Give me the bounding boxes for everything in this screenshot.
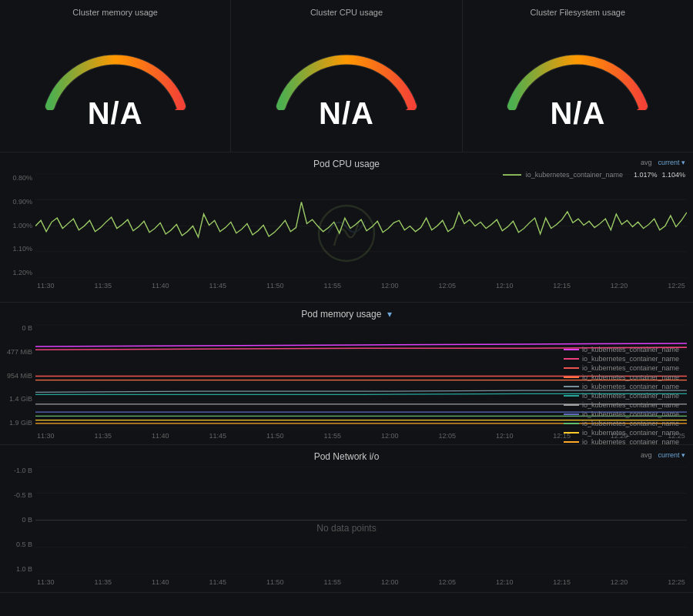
network-xaxis: 11:30 11:35 11:40 11:45 11:50 11:55 12:0… bbox=[35, 574, 687, 590]
memory-chart-area: 1.9 GiB 1.4 GiB 954 MiB 477 MiB 0 B 11:3… bbox=[6, 324, 687, 444]
mem-legend-dot-5 bbox=[564, 395, 579, 397]
cluster-memory-gauge-panel: Cluster memory usage N/A bbox=[0, 0, 231, 152]
mem-legend-label-7: io_kubernetes_container_name bbox=[582, 410, 679, 418]
cluster-cpu-gauge-panel: Cluster CPU usage N/A bbox=[231, 0, 462, 152]
gauge-row: Cluster memory usage N/A Cluster CPU usa… bbox=[0, 0, 693, 152]
mem-legend-dot-0 bbox=[564, 349, 579, 350]
memory-legend: io_kubernetes_container_name io_kubernet… bbox=[564, 346, 687, 446]
cpu-current-label[interactable]: current ▾ bbox=[658, 159, 685, 166]
network-line-svg bbox=[35, 467, 687, 574]
mem-legend-6: io_kubernetes_container_name bbox=[564, 401, 687, 409]
mem-legend-dot-7 bbox=[564, 413, 579, 415]
mem-legend-dot-6 bbox=[564, 404, 579, 406]
mem-legend-8: io_kubernetes_container_name bbox=[564, 420, 687, 427]
mem-legend-2: io_kubernetes_container_name bbox=[564, 364, 687, 372]
network-chart-area: 1.0 B 0.5 B 0 B -0.5 B -1.0 B 11:30 11:3… bbox=[6, 467, 687, 590]
mem-legend-label-0: io_kubernetes_container_name bbox=[582, 346, 679, 353]
cpu-avg-label: avg bbox=[641, 159, 652, 166]
network-chart-panel: Pod Network i/o avg current ▾ 1.0 B 0.5 … bbox=[0, 445, 693, 593]
memory-yaxis: 1.9 GiB 1.4 GiB 954 MiB 477 MiB 0 B bbox=[6, 324, 35, 427]
network-chart-title: Pod Network i/o bbox=[0, 445, 693, 464]
cluster-cpu-value: N/A bbox=[319, 96, 374, 131]
memory-dropdown-arrow[interactable]: ▾ bbox=[387, 309, 392, 320]
network-no-data: No data points bbox=[316, 523, 376, 534]
cluster-cpu-title: Cluster CPU usage bbox=[310, 8, 383, 17]
mem-legend-label-3: io_kubernetes_container_name bbox=[582, 373, 679, 381]
mem-legend-dot-3 bbox=[564, 377, 579, 378]
network-avg-label: avg bbox=[641, 451, 652, 459]
cluster-memory-title: Cluster memory usage bbox=[72, 8, 158, 17]
mem-legend-dot-2 bbox=[564, 367, 579, 369]
cpu-chart-panel: Pod CPU usage avg current ▾ io_kubernete… bbox=[0, 152, 693, 303]
network-current-label[interactable]: current ▾ bbox=[658, 451, 685, 459]
mem-legend-label-5: io_kubernetes_container_name bbox=[582, 392, 679, 400]
mem-legend-7: io_kubernetes_container_name bbox=[564, 410, 687, 418]
mem-legend-label-8: io_kubernetes_container_name bbox=[582, 420, 679, 427]
mem-legend-dot-8 bbox=[564, 423, 579, 424]
network-chart-svg-wrapper bbox=[35, 467, 687, 574]
mem-legend-0: io_kubernetes_container_name bbox=[564, 346, 687, 353]
mem-legend-dot-1 bbox=[564, 358, 579, 360]
cpu-legend-header: avg current ▾ bbox=[641, 159, 685, 166]
cpu-line-svg bbox=[35, 174, 687, 278]
cluster-memory-value: N/A bbox=[88, 96, 143, 131]
cpu-xaxis: 11:30 11:35 11:40 11:45 11:50 11:55 12:0… bbox=[35, 278, 687, 293]
mem-legend-label-9: io_kubernetes_container_name bbox=[582, 429, 679, 437]
mem-legend-1: io_kubernetes_container_name bbox=[564, 355, 687, 363]
mem-legend-dot-4 bbox=[564, 386, 579, 387]
cpu-yaxis: 1.20% 1.10% 1.00% 0.90% 0.80% bbox=[6, 174, 35, 276]
mem-legend-label-2: io_kubernetes_container_name bbox=[582, 364, 679, 372]
memory-chart-title[interactable]: Pod memory usage ▾ bbox=[0, 303, 693, 321]
mem-legend-dot-10 bbox=[564, 441, 579, 443]
memory-chart-panel: Pod memory usage ▾ 1.9 GiB 1.4 GiB 954 M… bbox=[0, 303, 693, 445]
mem-legend-3: io_kubernetes_container_name bbox=[564, 373, 687, 381]
cpu-chart-svg-wrapper bbox=[35, 174, 687, 278]
mem-legend-5: io_kubernetes_container_name bbox=[564, 392, 687, 400]
mem-legend-label-4: io_kubernetes_container_name bbox=[582, 383, 679, 390]
network-yaxis: 1.0 B 0.5 B 0 B -0.5 B -1.0 B bbox=[6, 467, 35, 573]
mem-legend-label-1: io_kubernetes_container_name bbox=[582, 355, 679, 363]
cluster-fs-title: Cluster Filesystem usage bbox=[531, 8, 626, 17]
cpu-chart-area: 1.20% 1.10% 1.00% 0.90% 0.80% 11:30 11:3… bbox=[6, 174, 687, 293]
mem-legend-dot-9 bbox=[564, 432, 579, 434]
cpu-chart-title: Pod CPU usage bbox=[0, 152, 693, 171]
network-legend-header: avg current ▾ bbox=[641, 451, 685, 459]
cluster-fs-gauge-panel: Cluster Filesystem usage N/A bbox=[463, 0, 693, 152]
cluster-fs-value: N/A bbox=[550, 96, 605, 131]
mem-legend-label-6: io_kubernetes_container_name bbox=[582, 401, 679, 409]
mem-legend-4: io_kubernetes_container_name bbox=[564, 383, 687, 390]
mem-legend-9: io_kubernetes_container_name bbox=[564, 429, 687, 437]
